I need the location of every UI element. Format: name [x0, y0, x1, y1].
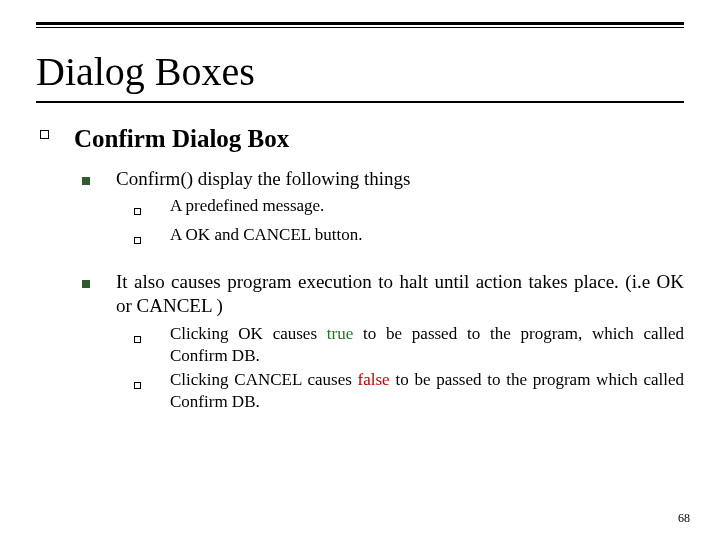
rule-top-thick: [36, 22, 684, 25]
level2-text: It also causes program execution to halt…: [116, 270, 684, 319]
level3-text: Clicking OK causes true to be passed to …: [170, 323, 684, 367]
level2-item: Confirm() display the following things A…: [82, 167, 684, 260]
level3-item: Clicking CANCEL causes false to be passe…: [134, 369, 684, 413]
level3-text: Clicking CANCEL causes false to be passe…: [170, 369, 684, 413]
rule-under-title: [36, 101, 684, 103]
square-filled-bullet-icon: [82, 167, 116, 260]
square-open-small-bullet-icon: [134, 224, 170, 250]
true-keyword: true: [327, 324, 353, 343]
slide-title: Dialog Boxes: [36, 48, 684, 95]
level3-item: Clicking OK causes true to be passed to …: [134, 323, 684, 367]
page-number: 68: [678, 511, 690, 526]
square-open-bullet-icon: [40, 125, 74, 433]
false-keyword: false: [358, 370, 390, 389]
section-heading: Confirm Dialog Box: [74, 125, 684, 153]
level3-item: A OK and CANCEL button.: [134, 224, 684, 250]
level2-item: It also causes program execution to halt…: [82, 270, 684, 423]
level2-text: Confirm() display the following things: [116, 167, 684, 191]
square-filled-bullet-icon: [82, 270, 116, 423]
square-open-small-bullet-icon: [134, 323, 170, 367]
square-open-small-bullet-icon: [134, 195, 170, 221]
square-open-small-bullet-icon: [134, 369, 170, 413]
level3-text: A OK and CANCEL button.: [170, 224, 684, 250]
rule-top-thin: [36, 27, 684, 28]
level3-item: A predefined message.: [134, 195, 684, 221]
level3-text: A predefined message.: [170, 195, 684, 221]
level1-item: Confirm Dialog Box Confirm() display the…: [40, 125, 684, 433]
